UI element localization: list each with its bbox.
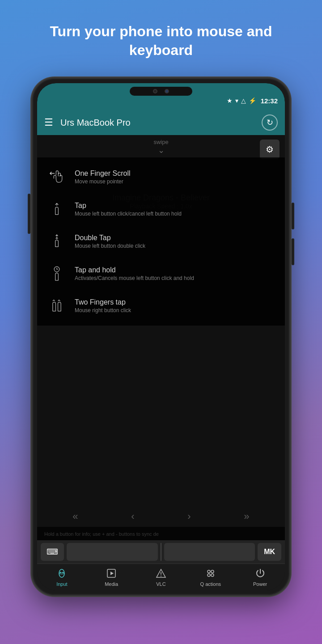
- scroll-gesture-title: One Finger Scroll: [75, 169, 131, 178]
- phone-screen: ★ ▾ △ ⚡ 12:32 ☰ Urs MacBook Pro ↻: [37, 83, 285, 590]
- qactions-label: Q actions: [200, 581, 221, 587]
- scroll-gesture-icon: [46, 166, 68, 188]
- two-finger-gesture-icon: [46, 295, 68, 317]
- toolbar-title: Urs MacBook Pro: [60, 118, 262, 128]
- gesture-item-two-finger: Two Fingers tap Mouse right button click: [37, 290, 285, 322]
- double-tap-gesture-desc: Mouse left button double click: [75, 243, 145, 249]
- nav-item-input[interactable]: Input: [37, 564, 87, 590]
- qactions-icon: [205, 568, 216, 580]
- status-bar: ★ ▾ △ ⚡ 12:32: [37, 94, 285, 107]
- vlc-label: VLC: [156, 581, 165, 587]
- svg-point-11: [208, 570, 210, 573]
- gesture-item-tap: Tap Mouse left button click/cancel left …: [37, 193, 285, 225]
- navigation-arrows: « ‹ › »: [37, 511, 285, 522]
- media-label: Media: [105, 581, 118, 587]
- gesture-item-double-tap: Double Tap Mouse left button double clic…: [37, 225, 285, 258]
- keyboard-toggle-button[interactable]: ⌨: [41, 543, 64, 561]
- hold-gesture-desc: Activates/Cancels mouse left button clic…: [75, 275, 194, 281]
- svg-point-10: [161, 576, 161, 576]
- tap-gesture-text: Tap Mouse left button click/cancel left …: [75, 202, 182, 217]
- media-icon: [106, 568, 117, 580]
- nav-item-vlc[interactable]: VLC: [136, 564, 186, 590]
- nav-item-qactions[interactable]: Q actions: [186, 564, 235, 590]
- nav-item-power[interactable]: Power: [235, 564, 285, 590]
- signal-icon: △: [241, 97, 246, 104]
- swipe-indicator: swipe ⌄: [153, 139, 168, 155]
- tap-gesture-title: Tap: [75, 202, 182, 210]
- status-time: 12:32: [261, 97, 278, 105]
- power-label: Power: [253, 581, 267, 587]
- settings-button[interactable]: ⚙: [260, 140, 280, 159]
- scroll-gesture-desc: Move mouse pointer: [75, 178, 131, 185]
- hold-gesture-icon: [46, 263, 68, 284]
- swipe-label: swipe: [153, 139, 168, 145]
- gesture-item-hold: Tap and hold Activates/Cancels mouse lef…: [37, 258, 285, 290]
- svg-marker-7: [110, 572, 114, 575]
- svg-point-3: [59, 572, 64, 574]
- right-arrow[interactable]: ›: [187, 511, 191, 522]
- svg-point-13: [208, 574, 210, 576]
- scroll-gesture-text: One Finger Scroll Move mouse pointer: [75, 169, 131, 185]
- keyboard-divider: [161, 543, 161, 561]
- two-finger-gesture-title: Two Fingers tap: [75, 298, 131, 306]
- vlc-icon: [156, 568, 166, 580]
- double-tap-gesture-text: Double Tap Mouse left button double clic…: [75, 234, 145, 249]
- tap-gesture-icon: [46, 199, 68, 220]
- info-bar: Hold a button for info; use + and - butt…: [37, 527, 285, 540]
- mk-button[interactable]: MK: [258, 543, 281, 561]
- refresh-button[interactable]: ↻: [262, 114, 278, 131]
- double-right-arrow[interactable]: »: [244, 511, 249, 522]
- phone-frame: ★ ▾ △ ⚡ 12:32 ☰ Urs MacBook Pro ↻: [31, 77, 291, 596]
- keyboard-icon: ⌨: [47, 547, 58, 557]
- status-bar-area: ★ ▾ △ ⚡ 12:32: [37, 83, 285, 110]
- volume-up-button[interactable]: [292, 203, 294, 229]
- bottom-navigation: Input Media: [37, 564, 285, 590]
- double-tap-gesture-title: Double Tap: [75, 234, 145, 242]
- info-bar-text: Hold a button for info; use + and - butt…: [44, 531, 159, 537]
- hold-gesture-title: Tap and hold: [75, 266, 194, 274]
- svg-point-5: [63, 572, 64, 573]
- keyboard-bar: ⌨ MK: [37, 540, 285, 564]
- double-left-arrow[interactable]: «: [72, 511, 78, 522]
- camera-dot-1: [153, 89, 157, 93]
- tap-gesture-desc: Mouse left button click/cancel left butt…: [75, 211, 182, 217]
- nav-item-media[interactable]: Media: [87, 564, 136, 590]
- menu-icon[interactable]: ☰: [44, 117, 53, 128]
- svg-point-12: [211, 570, 214, 573]
- input-icon: [56, 568, 67, 580]
- hero-text: Turn your phone into mouse and keyboard: [0, 0, 322, 73]
- bluetooth-icon: ★: [227, 97, 233, 104]
- two-finger-gesture-desc: Mouse right button click: [75, 307, 131, 314]
- svg-point-2: [59, 569, 64, 577]
- svg-point-14: [211, 574, 214, 576]
- input-label: Input: [56, 581, 67, 587]
- battery-icon: ⚡: [249, 97, 256, 104]
- toolbar: ☰ Urs MacBook Pro ↻: [37, 110, 285, 135]
- gesture-list: One Finger Scroll Move mouse pointer: [37, 157, 285, 326]
- keyboard-spacer-2[interactable]: [164, 543, 255, 561]
- wifi-icon: ▾: [235, 97, 238, 104]
- volume-down-button[interactable]: [292, 238, 294, 265]
- hold-gesture-text: Tap and hold Activates/Cancels mouse lef…: [75, 266, 194, 281]
- swipe-arrow-icon: ⌄: [158, 145, 165, 155]
- notch: [130, 87, 192, 96]
- power-button-left[interactable]: [28, 194, 30, 234]
- gesture-item-scroll: One Finger Scroll Move mouse pointer: [37, 161, 285, 193]
- svg-point-4: [60, 572, 61, 573]
- left-arrow[interactable]: ‹: [131, 511, 134, 522]
- gear-icon: ⚙: [266, 144, 274, 155]
- double-tap-gesture-icon: [46, 231, 68, 252]
- content-area: ⚙ swipe ⌄ Imagine Dragons - Believer Pla…: [37, 135, 285, 540]
- phone-device: ★ ▾ △ ⚡ 12:32 ☰ Urs MacBook Pro ↻: [31, 77, 291, 596]
- camera-dot-2: [165, 89, 169, 93]
- keyboard-spacer-1[interactable]: [67, 543, 158, 561]
- power-icon: [255, 568, 266, 580]
- two-finger-gesture-text: Two Fingers tap Mouse right button click: [75, 298, 131, 314]
